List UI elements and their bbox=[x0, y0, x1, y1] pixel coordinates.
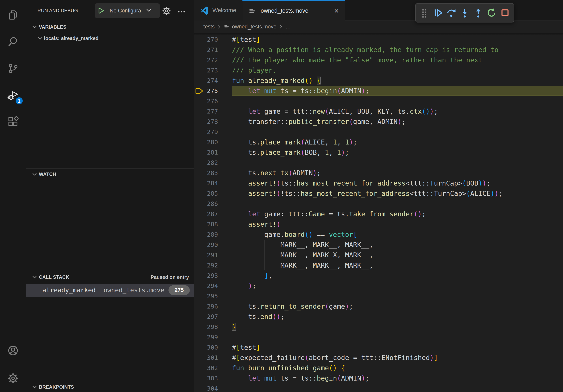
activity-item-source-control[interactable] bbox=[0, 55, 26, 81]
breadcrumb-item[interactable]: owned_tests.move bbox=[232, 24, 276, 30]
code-content: fun already_marked() { bbox=[232, 75, 563, 86]
code-text: let mut ts = ts::begin(ADMIN); bbox=[232, 87, 369, 95]
code-token: ; bbox=[422, 210, 426, 218]
frame-line-badge: 275 bbox=[168, 285, 190, 295]
debug-config-picker[interactable]: No Configura bbox=[95, 3, 160, 18]
breadcrumb-item[interactable]: tests bbox=[203, 24, 215, 30]
code-line: 299 bbox=[194, 332, 563, 342]
code-line: 302fun burn_unfinished_game() { bbox=[194, 363, 563, 373]
activity-item-run-and-debug[interactable]: 1 bbox=[0, 81, 26, 108]
more-actions-icon[interactable] bbox=[177, 7, 186, 16]
code-content: ts.place_mark(ALICE, 1, 1); bbox=[232, 137, 563, 147]
gutter[interactable]: 304 bbox=[194, 383, 232, 392]
gutter[interactable]: 283 bbox=[194, 168, 232, 178]
tab-welcome[interactable]: Welcome bbox=[194, 0, 243, 21]
gutter[interactable]: 298 bbox=[194, 322, 232, 332]
code-token: ) bbox=[397, 118, 401, 126]
watch-section-header[interactable]: WATCH bbox=[26, 169, 194, 180]
gutter[interactable]: 273 bbox=[194, 65, 232, 75]
debug-continue-button[interactable] bbox=[433, 8, 443, 18]
gutter[interactable]: 291 bbox=[194, 250, 232, 260]
activity-item-settings[interactable] bbox=[0, 364, 26, 392]
gutter[interactable]: 280 bbox=[194, 137, 232, 147]
gutter[interactable]: 292 bbox=[194, 260, 232, 270]
code-line: 287 let game: ttt::Game = ts.take_from_s… bbox=[194, 209, 563, 219]
gutter[interactable]: 290 bbox=[194, 240, 232, 250]
line-number: 296 bbox=[194, 301, 218, 312]
gear-icon[interactable] bbox=[162, 6, 171, 15]
settings-icon bbox=[8, 373, 19, 384]
code-token: game: ttt:: bbox=[260, 210, 309, 218]
gutter[interactable]: 302 bbox=[194, 363, 232, 373]
gutter[interactable]: 286 bbox=[194, 198, 232, 209]
line-number: 301 bbox=[194, 353, 218, 363]
call-stack-section-header[interactable]: CALL STACK Paused on entry bbox=[26, 271, 194, 283]
breadcrumb-item[interactable]: … bbox=[285, 24, 291, 30]
code-text: assert!(ts::has_most_recent_for_address<… bbox=[232, 179, 490, 187]
call-stack-frame[interactable]: already_marked owned_tests.move 275 bbox=[26, 284, 194, 297]
gutter[interactable]: 299 bbox=[194, 332, 232, 342]
frame-function-name: already_marked bbox=[42, 284, 96, 297]
code-content: assert!( bbox=[232, 219, 563, 229]
gutter[interactable]: 295 bbox=[194, 291, 232, 301]
variables-section-header[interactable]: VARIABLES bbox=[26, 21, 194, 33]
gutter[interactable]: 288 bbox=[194, 219, 232, 229]
gutter[interactable]: 294 bbox=[194, 281, 232, 291]
start-debugging-button[interactable] bbox=[95, 3, 107, 18]
debug-step-into-button[interactable] bbox=[460, 8, 470, 18]
gutter[interactable]: 274 bbox=[194, 75, 232, 86]
gutter[interactable]: 281 bbox=[194, 147, 232, 157]
code-text: #[test] bbox=[232, 343, 260, 351]
activity-item-extensions[interactable] bbox=[0, 108, 26, 135]
variables-scope-locals[interactable]: locals: already_marked bbox=[26, 33, 194, 44]
code-token bbox=[337, 364, 341, 372]
gutter[interactable]: 296 bbox=[194, 301, 232, 312]
gutter[interactable]: 277 bbox=[194, 106, 232, 117]
code-token: ( bbox=[337, 87, 341, 95]
code-token: ) bbox=[361, 374, 365, 382]
debug-drag-handle-button[interactable] bbox=[419, 8, 430, 18]
gutter[interactable]: 270 bbox=[194, 34, 232, 45]
activity-item-search[interactable] bbox=[0, 28, 26, 55]
variables-section: VARIABLES locals: already_marked bbox=[26, 21, 194, 44]
debug-step-over-button[interactable] bbox=[446, 8, 457, 18]
breakpoints-section-header[interactable]: BREAKPOINTS bbox=[26, 381, 194, 392]
gutter[interactable]: 289 bbox=[194, 229, 232, 240]
gutter[interactable]: 276 bbox=[194, 96, 232, 106]
code-token: ; bbox=[281, 313, 284, 321]
gutter[interactable]: 303 bbox=[194, 373, 232, 383]
debug-restart-button[interactable] bbox=[486, 8, 497, 18]
code-token: begin bbox=[317, 87, 337, 95]
gutter[interactable]: 287 bbox=[194, 209, 232, 219]
gutter[interactable]: 297 bbox=[194, 312, 232, 322]
gutter[interactable]: 285 bbox=[194, 188, 232, 198]
code-text: assert!(!ts::has_most_recent_for_address… bbox=[232, 189, 503, 197]
gutter[interactable]: 278 bbox=[194, 117, 232, 127]
code-token: ( bbox=[466, 189, 470, 197]
gutter[interactable]: 300 bbox=[194, 342, 232, 353]
gutter[interactable]: 275 bbox=[194, 86, 232, 96]
code-editor[interactable]: 270#[test]271/// When a position is alre… bbox=[194, 33, 563, 392]
code-token: ts. bbox=[232, 148, 260, 156]
gutter[interactable]: 279 bbox=[194, 127, 232, 137]
line-number: 273 bbox=[194, 65, 218, 75]
gutter[interactable]: 272 bbox=[194, 55, 232, 65]
code-token: game bbox=[329, 302, 345, 310]
line-number: 294 bbox=[194, 281, 218, 291]
debug-stop-button[interactable] bbox=[500, 8, 510, 18]
activity-item-explorer[interactable] bbox=[0, 1, 26, 28]
close-icon[interactable]: × bbox=[329, 7, 339, 15]
tab-owned_tests-move[interactable]: owned_tests.move× bbox=[243, 0, 345, 21]
code-line: 271/// When a position is already marked… bbox=[194, 45, 563, 55]
gutter[interactable]: 301 bbox=[194, 353, 232, 363]
gutter[interactable]: 271 bbox=[194, 45, 232, 55]
chevron-down-icon bbox=[32, 24, 37, 30]
debug-step-out-button[interactable] bbox=[473, 8, 483, 18]
indent-guide bbox=[232, 291, 232, 301]
line-number: 290 bbox=[194, 240, 218, 250]
gutter[interactable]: 282 bbox=[194, 157, 232, 168]
code-token: 1 bbox=[333, 138, 337, 146]
gutter[interactable]: 284 bbox=[194, 178, 232, 188]
activity-item-account[interactable] bbox=[0, 337, 26, 364]
gutter[interactable]: 293 bbox=[194, 270, 232, 281]
